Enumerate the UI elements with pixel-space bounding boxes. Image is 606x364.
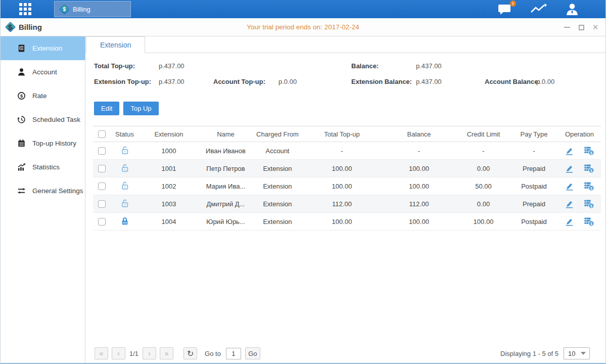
balance-value: p.437.00	[416, 62, 442, 70]
edit-row-icon[interactable]	[565, 164, 574, 173]
charged-from: Extension	[252, 160, 303, 177]
billing-app-window: $ Billing !	[0, 0, 606, 364]
notification-badge: !	[510, 1, 516, 7]
topbar-tab-label: Billing	[73, 6, 90, 13]
topup-history-calendar-icon	[17, 139, 26, 148]
main-panel: Extension Total Top-up: p.437.00 Balance…	[85, 36, 606, 363]
col-name: Name	[199, 126, 252, 142]
lock-open-icon	[120, 163, 129, 172]
svg-text:$: $	[20, 93, 23, 99]
topbar-tab-billing[interactable]: $ Billing	[54, 1, 131, 17]
user-account-icon[interactable]	[565, 3, 579, 16]
goto-page-input[interactable]	[226, 348, 241, 359]
sidebar-item-label: Statistics	[32, 163, 60, 171]
tab-bar: Extension	[85, 36, 606, 53]
credit-limit: 100.00	[457, 213, 510, 231]
edit-row-icon[interactable]	[565, 217, 574, 226]
close-button[interactable]: ✕	[591, 23, 599, 31]
extension-number: 1003	[138, 195, 199, 213]
total-topup: 100.00	[303, 177, 381, 195]
topup-button[interactable]: Top Up	[123, 102, 158, 115]
row-checkbox[interactable]	[98, 200, 106, 208]
go-button[interactable]: Go	[245, 347, 260, 359]
account-balance-value: p.0.00	[536, 78, 554, 85]
refresh-button[interactable]: ↻	[183, 347, 197, 359]
col-pay-type: Pay Type	[510, 126, 558, 142]
sidebar-item-label: Rate	[32, 92, 47, 100]
sidebar-item-topup-history[interactable]: Top-up History	[1, 131, 85, 155]
tab-label: Extension	[100, 41, 131, 49]
sidebar-item-account[interactable]: Account	[1, 60, 85, 84]
tab-extension[interactable]: Extension	[86, 36, 145, 53]
edit-row-icon[interactable]	[565, 199, 574, 208]
general-settings-arrows-icon	[17, 187, 26, 196]
row-checkbox[interactable]	[98, 183, 106, 190]
table-row: 1004 Юрий Юрь... Extension 100.00 100.00…	[93, 213, 601, 231]
topup-row-icon[interactable]: $	[584, 164, 594, 173]
row-checkbox[interactable]	[98, 147, 106, 155]
apps-grid-icon[interactable]	[19, 3, 31, 15]
credit-limit: 0.00	[457, 160, 510, 177]
page-indicator: 1/1	[129, 350, 138, 357]
select-all-checkbox[interactable]	[98, 130, 106, 138]
last-page-button[interactable]: »	[160, 347, 173, 359]
extension-topup-label: Extension Top-up:	[94, 78, 151, 85]
balance: -	[381, 142, 457, 160]
prev-page-button[interactable]: ‹	[112, 347, 125, 359]
billing-app-icon: $	[59, 4, 70, 14]
lock-closed-icon	[120, 216, 129, 225]
sidebar-item-label: General Settings	[32, 187, 83, 195]
extension-balance-label: Extension Balance:	[351, 78, 412, 85]
balance: 112.00	[381, 195, 457, 213]
billing-title-icon: $	[5, 22, 16, 32]
rate-dollar-icon: $	[17, 92, 26, 101]
pay-type: Postpaid	[510, 213, 558, 231]
total-topup: 112.00	[303, 195, 381, 213]
extension-name: Петр Петров	[199, 160, 252, 177]
table-row: 1003 Дмитрий Д... Extension 112.00 112.0…	[93, 195, 601, 213]
topup-row-icon[interactable]: $	[584, 199, 594, 209]
col-operation: Operation	[558, 126, 601, 142]
sidebar-item-extension[interactable]: Extension	[1, 36, 85, 60]
row-checkbox[interactable]	[98, 165, 106, 172]
first-page-button[interactable]: «	[95, 347, 108, 359]
sidebar-item-rate[interactable]: $ Rate	[1, 84, 85, 108]
maximize-button[interactable]	[577, 23, 585, 31]
total-topup: 100.00	[303, 160, 381, 177]
edit-button[interactable]: Edit	[94, 102, 119, 115]
minimize-button[interactable]	[563, 23, 571, 31]
topup-row-icon[interactable]: $	[584, 146, 594, 156]
col-charged-from: Charged From	[252, 126, 303, 142]
table-row: 1002 Мария Ива... Extension 100.00 100.0…	[93, 177, 601, 195]
table-header-row: Status Extension Name Charged From Total…	[93, 126, 601, 142]
extension-book-icon	[17, 44, 26, 53]
notifications-icon[interactable]: !	[498, 3, 512, 16]
account-balance-label: Account Balance:	[485, 78, 540, 85]
balance: 100.00	[381, 160, 457, 177]
extension-balance-value: p.437.00	[416, 78, 442, 85]
extension-name: Юрий Юрь...	[199, 213, 252, 231]
edit-row-icon[interactable]	[565, 146, 574, 155]
account-topup-value: p.0.00	[278, 78, 297, 85]
extension-number: 1000	[138, 142, 199, 160]
sidebar-item-label: Scheduled Task	[32, 116, 80, 123]
pay-type: Postpaid	[510, 177, 558, 195]
page-size-select[interactable]: 10	[564, 347, 590, 359]
col-status: Status	[111, 126, 138, 142]
sidebar-item-label: Top-up History	[32, 140, 76, 147]
sidebar-item-statistics[interactable]: Statistics	[1, 155, 85, 179]
next-page-button[interactable]: ›	[143, 347, 156, 359]
statistics-chart-icon	[17, 163, 26, 172]
credit-limit: 50.00	[457, 177, 510, 195]
extension-number: 1004	[138, 213, 199, 231]
charged-from: Account	[252, 142, 303, 160]
topup-row-icon[interactable]: $	[584, 217, 594, 226]
sidebar-item-general-settings[interactable]: General Settings	[1, 179, 85, 203]
charged-from: Extension	[252, 177, 303, 195]
topup-row-icon[interactable]: $	[584, 181, 594, 191]
row-checkbox[interactable]	[98, 218, 106, 225]
sidebar-item-scheduled-task[interactable]: Scheduled Task	[1, 108, 85, 131]
edit-row-icon[interactable]	[565, 181, 574, 191]
reports-chart-icon[interactable]	[530, 3, 548, 15]
extension-name: Иван Иванов	[199, 142, 252, 160]
